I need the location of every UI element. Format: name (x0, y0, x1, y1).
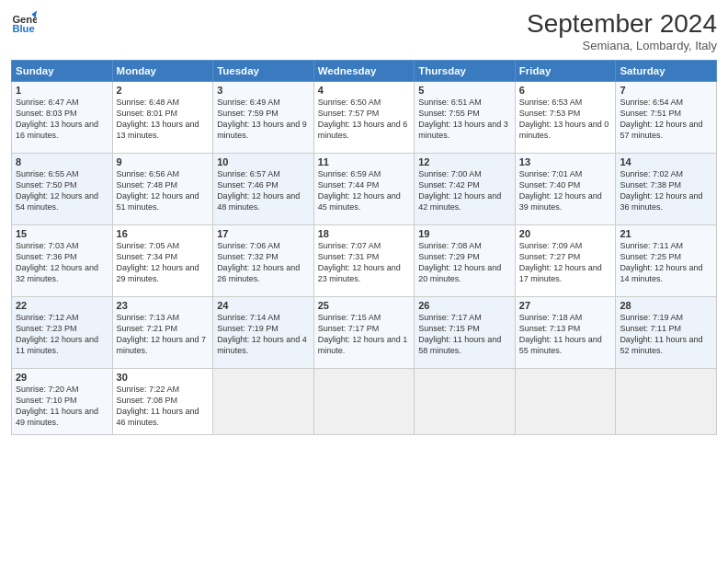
calendar-cell: 3Sunrise: 6:49 AMSunset: 7:59 PMDaylight… (213, 82, 314, 154)
calendar-cell: 24Sunrise: 7:14 AMSunset: 7:19 PMDayligh… (213, 297, 314, 369)
day-number: 19 (418, 228, 511, 239)
day-info: Sunrise: 7:08 AMSunset: 7:29 PMDaylight:… (418, 240, 511, 285)
day-info: Sunrise: 6:51 AMSunset: 7:55 PMDaylight:… (418, 97, 511, 142)
calendar-cell (313, 369, 415, 435)
day-number: 15 (16, 228, 108, 239)
calendar-cell (616, 369, 717, 435)
col-header-saturday: Saturday (616, 61, 717, 82)
calendar-cell: 5Sunrise: 6:51 AMSunset: 7:55 PMDaylight… (415, 82, 516, 154)
day-number: 22 (16, 300, 108, 311)
day-number: 30 (117, 372, 210, 383)
calendar-week-1: 1Sunrise: 6:47 AMSunset: 8:03 PMDaylight… (12, 82, 717, 154)
day-info: Sunrise: 7:19 AMSunset: 7:11 PMDaylight:… (620, 312, 712, 357)
location-subtitle: Semiana, Lombardy, Italy (527, 39, 717, 52)
calendar-cell: 27Sunrise: 7:18 AMSunset: 7:13 PMDayligh… (515, 297, 616, 369)
calendar-week-4: 22Sunrise: 7:12 AMSunset: 7:23 PMDayligh… (12, 297, 717, 369)
calendar-cell: 28Sunrise: 7:19 AMSunset: 7:11 PMDayligh… (616, 297, 717, 369)
day-number: 8 (16, 156, 108, 167)
day-info: Sunrise: 6:49 AMSunset: 7:59 PMDaylight:… (217, 97, 310, 142)
day-number: 3 (217, 85, 310, 96)
day-info: Sunrise: 6:56 AMSunset: 7:48 PMDaylight:… (117, 168, 210, 213)
day-info: Sunrise: 7:03 AMSunset: 7:36 PMDaylight:… (16, 240, 108, 285)
day-number: 5 (418, 85, 511, 96)
day-info: Sunrise: 6:54 AMSunset: 7:51 PMDaylight:… (620, 97, 712, 142)
calendar-cell (415, 369, 516, 435)
day-number: 9 (117, 156, 210, 167)
calendar-cell (515, 369, 616, 435)
day-info: Sunrise: 7:18 AMSunset: 7:13 PMDaylight:… (519, 312, 612, 357)
calendar-week-5: 29Sunrise: 7:20 AMSunset: 7:10 PMDayligh… (12, 369, 717, 435)
calendar-cell: 15Sunrise: 7:03 AMSunset: 7:36 PMDayligh… (12, 225, 113, 297)
calendar-cell: 29Sunrise: 7:20 AMSunset: 7:10 PMDayligh… (12, 369, 113, 435)
day-info: Sunrise: 7:05 AMSunset: 7:34 PMDaylight:… (117, 240, 210, 285)
calendar-cell: 6Sunrise: 6:53 AMSunset: 7:53 PMDaylight… (515, 82, 616, 154)
calendar-cell: 21Sunrise: 7:11 AMSunset: 7:25 PMDayligh… (616, 225, 717, 297)
day-number: 18 (318, 228, 411, 239)
calendar-cell: 20Sunrise: 7:09 AMSunset: 7:27 PMDayligh… (515, 225, 616, 297)
day-number: 29 (16, 372, 108, 383)
col-header-sunday: Sunday (12, 61, 113, 82)
day-info: Sunrise: 7:09 AMSunset: 7:27 PMDaylight:… (519, 240, 612, 285)
day-number: 6 (519, 85, 612, 96)
calendar-cell: 17Sunrise: 7:06 AMSunset: 7:32 PMDayligh… (213, 225, 314, 297)
day-number: 17 (217, 228, 310, 239)
day-number: 28 (620, 300, 712, 311)
calendar-cell: 11Sunrise: 6:59 AMSunset: 7:44 PMDayligh… (313, 154, 415, 225)
day-number: 16 (117, 228, 210, 239)
calendar-cell: 30Sunrise: 7:22 AMSunset: 7:08 PMDayligh… (112, 369, 213, 435)
calendar-cell: 14Sunrise: 7:02 AMSunset: 7:38 PMDayligh… (616, 154, 717, 225)
calendar-cell: 13Sunrise: 7:01 AMSunset: 7:40 PMDayligh… (515, 154, 616, 225)
calendar-cell: 26Sunrise: 7:17 AMSunset: 7:15 PMDayligh… (415, 297, 516, 369)
col-header-wednesday: Wednesday (313, 61, 415, 82)
logo-icon: General Blue (11, 9, 37, 35)
day-info: Sunrise: 7:06 AMSunset: 7:32 PMDaylight:… (217, 240, 310, 285)
day-info: Sunrise: 7:14 AMSunset: 7:19 PMDaylight:… (217, 312, 310, 357)
calendar-cell: 8Sunrise: 6:55 AMSunset: 7:50 PMDaylight… (12, 154, 113, 225)
page-container: General Blue September 2024 Semiana, Lom… (0, 0, 728, 442)
day-number: 27 (519, 300, 612, 311)
day-number: 24 (217, 300, 310, 311)
day-number: 10 (217, 156, 310, 167)
day-number: 20 (519, 228, 612, 239)
calendar-cell: 16Sunrise: 7:05 AMSunset: 7:34 PMDayligh… (112, 225, 213, 297)
calendar-cell: 12Sunrise: 7:00 AMSunset: 7:42 PMDayligh… (415, 154, 516, 225)
day-info: Sunrise: 6:47 AMSunset: 8:03 PMDaylight:… (16, 97, 108, 142)
day-info: Sunrise: 7:15 AMSunset: 7:17 PMDaylight:… (318, 312, 411, 357)
calendar-cell (213, 369, 314, 435)
day-info: Sunrise: 7:07 AMSunset: 7:31 PMDaylight:… (318, 240, 411, 285)
day-number: 23 (117, 300, 210, 311)
calendar-cell: 18Sunrise: 7:07 AMSunset: 7:31 PMDayligh… (313, 225, 415, 297)
day-info: Sunrise: 6:57 AMSunset: 7:46 PMDaylight:… (217, 168, 310, 213)
calendar-cell: 2Sunrise: 6:48 AMSunset: 8:01 PMDaylight… (112, 82, 213, 154)
calendar-week-3: 15Sunrise: 7:03 AMSunset: 7:36 PMDayligh… (12, 225, 717, 297)
calendar-table: SundayMondayTuesdayWednesdayThursdayFrid… (11, 60, 717, 435)
calendar-header-row: SundayMondayTuesdayWednesdayThursdayFrid… (12, 61, 717, 82)
calendar-cell: 1Sunrise: 6:47 AMSunset: 8:03 PMDaylight… (12, 82, 113, 154)
day-info: Sunrise: 7:00 AMSunset: 7:42 PMDaylight:… (418, 168, 511, 213)
day-number: 26 (418, 300, 511, 311)
calendar-week-2: 8Sunrise: 6:55 AMSunset: 7:50 PMDaylight… (12, 154, 717, 225)
col-header-thursday: Thursday (415, 61, 516, 82)
day-info: Sunrise: 7:11 AMSunset: 7:25 PMDaylight:… (620, 240, 712, 285)
calendar-cell: 23Sunrise: 7:13 AMSunset: 7:21 PMDayligh… (112, 297, 213, 369)
day-info: Sunrise: 7:13 AMSunset: 7:21 PMDaylight:… (117, 312, 210, 357)
day-info: Sunrise: 6:50 AMSunset: 7:57 PMDaylight:… (318, 97, 411, 142)
day-number: 13 (519, 156, 612, 167)
calendar-cell: 22Sunrise: 7:12 AMSunset: 7:23 PMDayligh… (12, 297, 113, 369)
day-number: 4 (318, 85, 411, 96)
header: General Blue September 2024 Semiana, Lom… (11, 9, 717, 52)
logo: General Blue (11, 9, 37, 35)
day-info: Sunrise: 7:22 AMSunset: 7:08 PMDaylight:… (117, 384, 210, 429)
calendar-cell: 25Sunrise: 7:15 AMSunset: 7:17 PMDayligh… (313, 297, 415, 369)
calendar-cell: 19Sunrise: 7:08 AMSunset: 7:29 PMDayligh… (415, 225, 516, 297)
calendar-cell: 9Sunrise: 6:56 AMSunset: 7:48 PMDaylight… (112, 154, 213, 225)
title-block: September 2024 Semiana, Lombardy, Italy (527, 9, 717, 52)
col-header-tuesday: Tuesday (213, 61, 314, 82)
day-number: 21 (620, 228, 712, 239)
day-info: Sunrise: 7:12 AMSunset: 7:23 PMDaylight:… (16, 312, 108, 357)
day-info: Sunrise: 7:02 AMSunset: 7:38 PMDaylight:… (620, 168, 712, 213)
month-title: September 2024 (527, 9, 717, 39)
calendar-cell: 7Sunrise: 6:54 AMSunset: 7:51 PMDaylight… (616, 82, 717, 154)
calendar-cell: 10Sunrise: 6:57 AMSunset: 7:46 PMDayligh… (213, 154, 314, 225)
day-info: Sunrise: 7:01 AMSunset: 7:40 PMDaylight:… (519, 168, 612, 213)
